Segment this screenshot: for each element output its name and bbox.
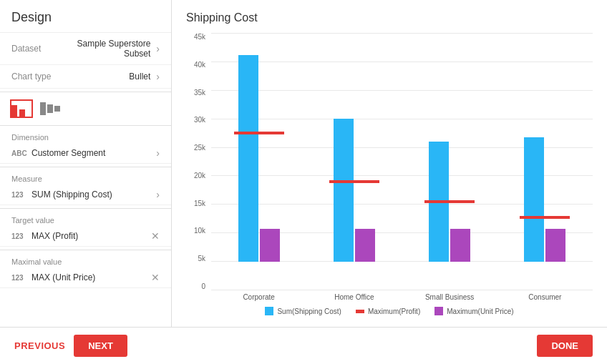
legend-red: Maximum(Profit) [356,307,420,315]
y-label-25k: 25k [194,144,205,152]
bullet-bar1 [40,102,46,115]
homeoffice-bar-red [329,180,379,183]
bar-group-homeoffice [334,44,375,262]
dimension-field-name: Customer Segment [31,148,153,158]
bar-group-smallbusiness [429,44,470,262]
target-field-name: MAX (Profit) [31,231,151,241]
target-section-label: Target value [0,212,171,226]
legend-blue-icon [265,307,273,315]
target-remove-icon[interactable]: ✕ [151,230,160,242]
measure-field-row[interactable]: 123 SUM (Shipping Cost) › [0,185,171,205]
chart-title: Shipping Cost [186,11,593,24]
chart-area: 45k 40k 35k 30k 25k 20k 15k 10k 5k 0 [186,33,593,290]
footer: PREVIOUS NEXT DONE [0,327,607,364]
left-panel: Design Dataset Sample Superstore Subset … [0,0,172,327]
measure-chevron-icon: › [156,189,160,200]
bar-chart-icon[interactable] [11,101,31,117]
panel-title: Design [0,0,171,33]
main-container: Design Dataset Sample Superstore Subset … [0,0,607,364]
consumer-bars [524,44,565,262]
smallbusiness-bar-purple [450,229,470,262]
y-axis: 45k 40k 35k 30k 25k 20k 15k 10k 5k 0 [186,33,211,290]
y-label-45k: 45k [194,33,205,41]
y-label-30k: 30k [194,116,205,124]
footer-left: PREVIOUS NEXT [14,335,127,357]
dimension-section-label: Dimension [0,129,171,143]
measure-field-name: SUM (Shipping Cost) [31,190,153,200]
divider-1 [0,92,171,92]
y-label-5k: 5k [198,255,205,262]
maximal-remove-icon[interactable]: ✕ [151,272,160,283]
x-label-homeoffice: Home Office [306,293,402,301]
y-label-15k: 15k [194,200,205,207]
done-button[interactable]: DONE [537,335,593,357]
target-field-row[interactable]: 123 MAX (Profit) ✕ [0,226,171,247]
y-label-35k: 35k [194,89,205,97]
x-labels: Corporate Home Office Small Business Con… [186,293,593,301]
x-label-smallbusiness: Small Business [402,293,497,301]
dataset-chevron-icon: › [156,43,160,54]
divider-2 [0,125,171,126]
dimension-chevron-icon: › [156,147,160,159]
consumer-bar-red [520,216,570,219]
chart-legend: Sum(Shipping Cost) Maximum(Profit) Maxim… [186,307,593,315]
consumer-bar-blue [524,137,544,262]
corporate-bar-blue [238,55,258,262]
x-label-consumer: Consumer [497,293,593,301]
bullet-chart-icon[interactable] [40,101,60,117]
maximal-section-label: Maximal value [0,253,171,267]
legend-purple: Maximum(Unit Price) [434,307,513,315]
bar-group-consumer [524,44,565,262]
measure-section-label: Measure [0,170,171,185]
smallbusiness-bar-red [424,200,475,203]
next-button[interactable]: NEXT [74,335,127,357]
bullet-bar3 [54,106,60,112]
x-label-corporate: Corporate [211,293,306,301]
divider-5 [0,250,171,250]
homeoffice-bar-purple [355,229,375,262]
maximal-field-row[interactable]: 123 MAX (Unit Price) ✕ [0,267,171,288]
legend-red-icon [356,310,364,313]
bars-container [211,33,593,290]
dataset-label: Dataset [11,44,62,54]
bars-row [211,33,593,262]
chart-type-label: Chart type [11,72,62,82]
legend-blue: Sum(Shipping Cost) [265,307,341,315]
y-label-40k: 40k [194,61,205,69]
divider-4 [0,208,171,209]
divider-3 [0,167,171,167]
homeoffice-bar-blue [334,119,354,262]
legend-blue-label: Sum(Shipping Cost) [277,308,341,315]
bar-icon-bar1 [11,105,17,117]
maximal-field-name: MAX (Unit Price) [31,272,151,282]
maximal-type-icon: 123 [11,274,31,282]
target-type-icon: 123 [11,232,31,240]
corporate-bar-purple [260,229,280,262]
legend-purple-label: Maximum(Unit Price) [447,308,513,315]
corporate-bars [238,44,280,262]
bar-group-corporate [238,44,280,262]
homeoffice-bars [334,44,375,262]
bullet-bar2 [47,104,53,113]
dataset-row[interactable]: Dataset Sample Superstore Subset › [0,33,171,65]
dimension-type-icon: ABC [11,149,31,157]
measure-type-icon: 123 [11,191,31,199]
y-label-20k: 20k [194,172,205,179]
previous-button[interactable]: PREVIOUS [14,340,65,351]
y-label-0: 0 [201,282,205,290]
dimension-field-row[interactable]: ABC Customer Segment › [0,143,171,164]
chart-type-value: Bullet [62,72,153,82]
content-area: Design Dataset Sample Superstore Subset … [0,0,607,327]
legend-red-label: Maximum(Profit) [368,308,420,315]
chart-type-icons-row [0,95,171,122]
y-label-10k: 10k [194,227,205,235]
chart-type-chevron-icon: › [156,71,160,82]
chart-wrapper: 45k 40k 35k 30k 25k 20k 15k 10k 5k 0 [186,33,593,315]
smallbusiness-bars [429,44,470,262]
bar-icon-bar2 [19,109,25,117]
right-panel: Shipping Cost 45k 40k 35k 30k 25k 20k 15… [172,0,607,327]
chart-type-row[interactable]: Chart type Bullet › [0,65,171,89]
consumer-bar-purple [545,229,565,262]
legend-purple-icon [434,307,443,315]
corporate-bar-red [234,132,284,134]
